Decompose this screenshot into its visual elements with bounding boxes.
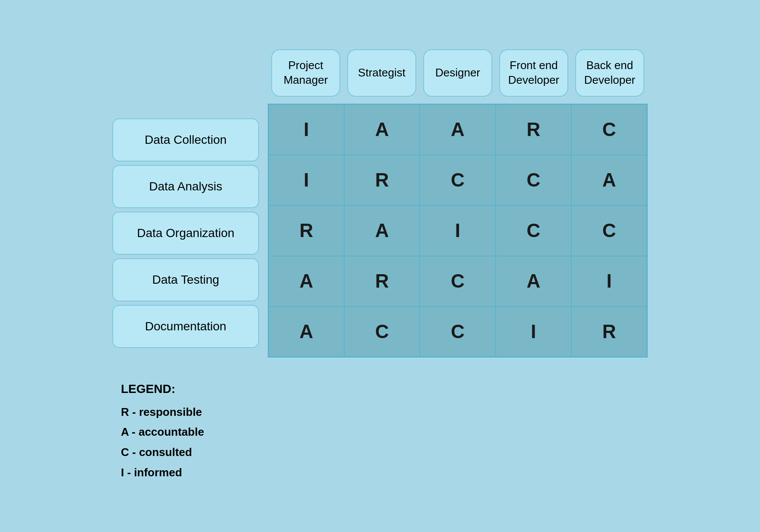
cell-data-organization-front-end-developer: C — [496, 206, 571, 256]
table-row: IRCCA — [269, 155, 647, 206]
row-label-data-analysis: Data Analysis — [112, 165, 259, 208]
row-label-documentation: Documentation — [112, 305, 259, 348]
cell-data-testing-project-manager: A — [269, 256, 344, 307]
legend-item: A - accountable — [121, 422, 204, 442]
page-container: Data CollectionData AnalysisData Organiz… — [95, 32, 665, 500]
cell-data-organization-strategist: A — [344, 206, 420, 256]
cell-data-testing-strategist: R — [344, 256, 420, 307]
cell-data-analysis-front-end-developer: C — [496, 155, 571, 206]
table-row: ACCIR — [269, 307, 647, 357]
row-label-data-testing: Data Testing — [112, 258, 259, 301]
legend-item: I - informed — [121, 462, 204, 483]
cell-data-analysis-strategist: R — [344, 155, 420, 206]
col-header-back-end-developer: Back end Developer — [575, 49, 644, 97]
col-header-designer: Designer — [423, 49, 492, 97]
table-row: IAARC — [269, 104, 647, 155]
col-header-project-manager: Project Manager — [271, 49, 340, 97]
legend-item: C - consulted — [121, 442, 204, 462]
cell-documentation-strategist: C — [344, 307, 420, 357]
row-labels: Data CollectionData AnalysisData Organiz… — [112, 118, 259, 352]
cell-data-testing-back-end-developer: I — [571, 256, 647, 307]
cell-data-collection-designer: A — [420, 104, 495, 155]
cell-documentation-back-end-developer: R — [571, 307, 647, 357]
cell-documentation-front-end-developer: I — [496, 307, 571, 357]
col-headers: Project ManagerStrategistDesignerFront e… — [268, 49, 648, 104]
cell-data-organization-back-end-developer: C — [571, 206, 647, 256]
cell-data-collection-strategist: A — [344, 104, 420, 155]
table-row: ARCAI — [269, 256, 647, 307]
cell-documentation-project-manager: A — [269, 307, 344, 357]
cell-data-collection-back-end-developer: C — [571, 104, 647, 155]
cell-data-analysis-designer: C — [420, 155, 495, 206]
cell-data-organization-designer: I — [420, 206, 495, 256]
legend-title: LEGEND: — [121, 378, 204, 400]
right-section: Project ManagerStrategistDesignerFront e… — [268, 49, 648, 358]
raci-grid: IAARCIRCCARAICCARCAIACCIR — [268, 104, 648, 358]
legend: LEGEND: R - responsibleA - accountableC … — [121, 378, 204, 483]
cell-data-analysis-project-manager: I — [269, 155, 344, 206]
cell-data-analysis-back-end-developer: A — [571, 155, 647, 206]
col-header-front-end-developer: Front end Developer — [499, 49, 568, 97]
row-label-data-organization: Data Organization — [112, 212, 259, 255]
legend-item: R - responsible — [121, 402, 204, 422]
main-layout: Data CollectionData AnalysisData Organiz… — [112, 49, 648, 358]
cell-data-testing-designer: C — [420, 256, 495, 307]
cell-data-collection-front-end-developer: R — [496, 104, 571, 155]
table-row: RAICC — [269, 206, 647, 256]
cell-data-collection-project-manager: I — [269, 104, 344, 155]
cell-data-organization-project-manager: R — [269, 206, 344, 256]
col-header-strategist: Strategist — [347, 49, 416, 97]
cell-data-testing-front-end-developer: A — [496, 256, 571, 307]
cell-documentation-designer: C — [420, 307, 495, 357]
row-label-data-collection: Data Collection — [112, 118, 259, 162]
